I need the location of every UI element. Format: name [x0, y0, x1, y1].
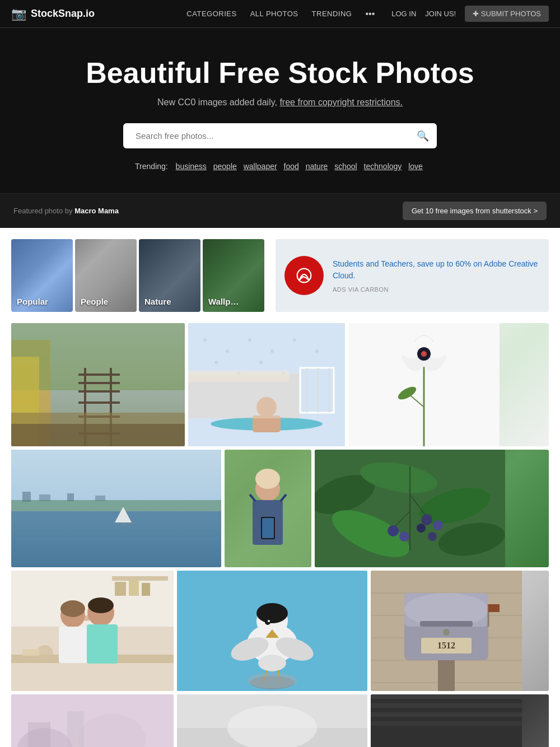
nav-all-photos[interactable]: ALL PHOTOS [250, 10, 298, 18]
trending-food[interactable]: food [284, 162, 299, 171]
svg-rect-90 [129, 581, 139, 596]
trending-love[interactable]: love [408, 162, 423, 171]
site-logo[interactable]: 📷 StockSnap.io [11, 7, 95, 21]
trending-people[interactable]: people [213, 162, 237, 171]
svg-rect-89 [115, 582, 126, 596]
svg-rect-101 [22, 649, 39, 656]
category-people[interactable]: People [75, 239, 137, 312]
featured-author: Macro Mama [74, 207, 119, 215]
svg-point-0 [292, 264, 316, 287]
photo-partial-1[interactable] [11, 694, 174, 747]
svg-rect-131 [420, 621, 473, 627]
trending-business[interactable]: business [176, 162, 207, 171]
search-bar: 🔍 [123, 123, 437, 148]
photo-partial-2[interactable] [177, 694, 367, 747]
svg-text:1512: 1512 [437, 641, 455, 650]
shutterstock-cta[interactable]: Get 10 free images from shutterstock > [403, 202, 547, 220]
svg-rect-35 [328, 368, 330, 413]
nav-right: LOG IN JOIN US! ✚ SUBMIT PHOTOS [391, 6, 549, 22]
nav-trending[interactable]: TRENDING [312, 10, 352, 18]
login-link[interactable]: LOG IN [391, 10, 416, 18]
category-people-label: People [81, 297, 108, 306]
main-content: Popular People Nature Wallp… [0, 228, 560, 747]
photo-yoga[interactable] [188, 323, 345, 446]
svg-rect-11 [78, 401, 120, 404]
category-tiles: Popular People Nature Wallp… [11, 239, 264, 312]
hero-section: Beautiful Free Stock Photos New CC0 imag… [0, 28, 560, 193]
svg-rect-10 [78, 390, 120, 393]
svg-rect-49 [22, 492, 31, 502]
category-nature[interactable]: Nature [139, 239, 200, 312]
svg-rect-149 [371, 721, 522, 726]
svg-point-95 [60, 600, 85, 617]
trending-school[interactable]: school [334, 162, 357, 171]
svg-rect-56 [11, 528, 221, 529]
featured-credit: Featured photo by Macro Mama [13, 207, 119, 215]
svg-rect-54 [11, 514, 221, 516]
logo-text: StockSnap.io [31, 8, 95, 20]
trending-wallpaper[interactable]: wallpaper [244, 162, 277, 171]
category-popular[interactable]: Popular [11, 239, 73, 312]
photo-mailbox[interactable]: 1512 [371, 571, 549, 691]
trending-technology[interactable]: technology [364, 162, 402, 171]
copyright-link[interactable]: free from copyright restrictions. [279, 97, 403, 107]
search-button[interactable]: 🔍 [417, 130, 429, 142]
svg-rect-48 [11, 500, 221, 511]
svg-point-23 [214, 361, 218, 364]
svg-rect-52 [95, 496, 105, 501]
category-wallpaper[interactable]: Wallp… [203, 239, 264, 312]
trending-nature[interactable]: nature [306, 162, 328, 171]
category-section: Popular People Nature Wallp… [11, 239, 549, 312]
svg-rect-8 [78, 374, 120, 376]
svg-rect-51 [67, 493, 74, 501]
svg-rect-133 [438, 660, 455, 691]
svg-point-132 [443, 629, 450, 636]
photo-train-tracks[interactable] [11, 323, 185, 446]
nav-categories[interactable]: CATEGORIES [186, 10, 236, 18]
featured-bar: Featured photo by Macro Mama Get 10 free… [0, 193, 560, 228]
hero-subtitle: New CC0 images added daily, free from co… [11, 97, 549, 108]
svg-rect-69 [262, 518, 274, 538]
svg-point-112 [258, 655, 286, 671]
svg-point-25 [259, 361, 263, 364]
trending-section: Trending: business people wallpaper food… [11, 162, 549, 171]
photo-row-3: 1512 [11, 571, 549, 691]
svg-rect-146 [371, 694, 522, 699]
photo-couple[interactable] [11, 571, 174, 691]
photo-partial-3[interactable] [371, 694, 549, 747]
svg-rect-34 [317, 368, 319, 413]
nav-more[interactable]: ••• [365, 9, 375, 19]
svg-rect-88 [112, 576, 168, 581]
nav-links: CATEGORIES ALL PHOTOS TRENDING ••• [186, 9, 375, 19]
svg-point-17 [203, 338, 207, 342]
svg-rect-15 [11, 424, 185, 446]
photo-row-1 [11, 323, 549, 446]
svg-rect-94 [59, 627, 88, 663]
adobe-logo [284, 256, 324, 295]
svg-point-98 [88, 597, 114, 613]
join-link[interactable]: JOIN US! [425, 10, 456, 18]
photo-harbour[interactable] [11, 450, 221, 567]
svg-point-108 [265, 619, 270, 625]
svg-rect-91 [142, 583, 150, 596]
navbar: 📷 StockSnap.io CATEGORIES ALL PHOTOS TRE… [0, 0, 560, 28]
category-popular-label: Popular [17, 297, 48, 306]
svg-rect-148 [371, 712, 522, 717]
svg-point-18 [226, 349, 229, 353]
svg-point-84 [428, 532, 437, 541]
svg-rect-31 [188, 371, 289, 382]
hero-title: Beautiful Free Stock Photos [11, 56, 549, 90]
svg-rect-9 [78, 382, 120, 384]
svg-point-79 [421, 514, 432, 525]
camera-icon: 📷 [11, 7, 26, 21]
svg-point-22 [315, 349, 319, 353]
header: 📷 StockSnap.io CATEGORIES ALL PHOTOS TRE… [0, 0, 560, 228]
svg-point-45 [421, 351, 427, 357]
photo-woman-phone[interactable] [225, 450, 311, 567]
search-input[interactable] [131, 123, 417, 148]
photo-bird[interactable] [177, 571, 367, 691]
svg-rect-147 [371, 703, 522, 708]
photo-berries[interactable] [315, 450, 549, 567]
photo-flower[interactable] [348, 323, 549, 446]
submit-photos-button[interactable]: ✚ SUBMIT PHOTOS [465, 6, 549, 22]
